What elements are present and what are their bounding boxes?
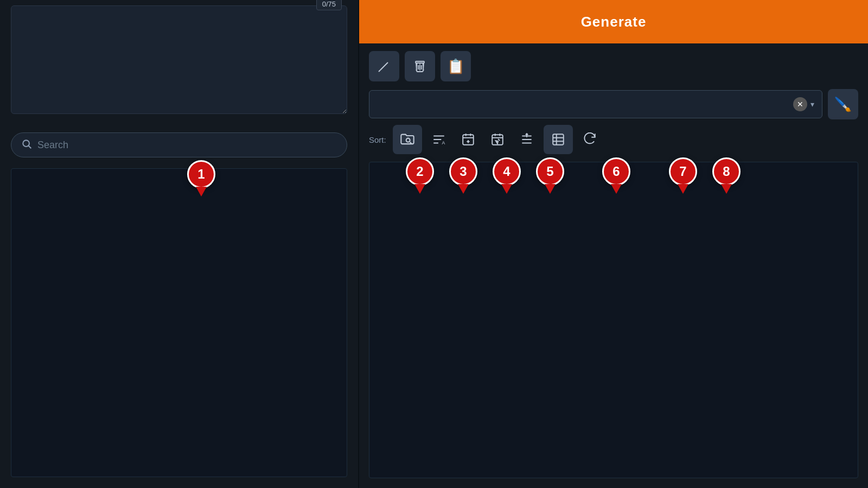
sort-refresh-button[interactable] <box>577 127 602 152</box>
svg-rect-15 <box>463 135 474 144</box>
sort-alpha-button[interactable]: A <box>426 127 451 152</box>
sort-calendar-edit-button[interactable] <box>485 127 510 152</box>
right-panel: Generate <box>359 0 868 488</box>
search-bar-row: ✕ ▾ 🖌️ <box>359 89 868 125</box>
sort-list-view-button[interactable] <box>544 125 573 154</box>
search-field-actions: ✕ ▾ <box>793 97 814 111</box>
left-panel: 0/75 <box>0 0 358 488</box>
edit-button[interactable] <box>369 51 399 81</box>
svg-line-3 <box>379 70 380 72</box>
character-counter: 0/75 <box>316 0 342 10</box>
svg-rect-30 <box>553 134 564 145</box>
clear-search-button[interactable]: ✕ <box>793 97 807 111</box>
right-search-input[interactable] <box>377 100 793 109</box>
sort-folder-search-button[interactable] <box>393 125 422 154</box>
svg-line-1 <box>29 146 31 149</box>
delete-button[interactable] <box>405 51 435 81</box>
clipboard-icon: 📋 <box>447 58 464 75</box>
textarea-wrapper: 0/75 <box>11 5 347 116</box>
svg-point-9 <box>406 138 410 142</box>
toolbar-row: 📋 <box>359 43 868 89</box>
svg-line-25 <box>498 139 500 141</box>
paint-icon: 🖌️ <box>834 96 852 113</box>
right-content-area <box>369 162 858 478</box>
svg-text:A: A <box>442 140 445 145</box>
clipboard-button[interactable]: 📋 <box>441 51 471 81</box>
main-text-area[interactable] <box>11 5 347 114</box>
search-input[interactable] <box>37 140 337 151</box>
paint-button[interactable]: 🖌️ <box>828 89 858 119</box>
main-layout: 0/75 Generate <box>0 0 868 488</box>
search-input-wrapper[interactable] <box>11 132 347 157</box>
sort-label: Sort: <box>369 135 386 144</box>
left-content-area <box>11 168 347 477</box>
search-icon <box>21 138 32 151</box>
svg-line-2 <box>380 62 388 70</box>
sort-row: Sort: A <box>359 125 868 160</box>
generate-button[interactable]: Generate <box>359 0 868 43</box>
svg-point-0 <box>23 140 29 147</box>
search-container <box>11 132 347 157</box>
sort-calendar-add-button[interactable] <box>456 127 481 152</box>
sort-lines-button[interactable] <box>514 127 539 152</box>
right-search-field[interactable]: ✕ ▾ <box>369 90 822 118</box>
search-dropdown-arrow[interactable]: ▾ <box>810 100 814 109</box>
